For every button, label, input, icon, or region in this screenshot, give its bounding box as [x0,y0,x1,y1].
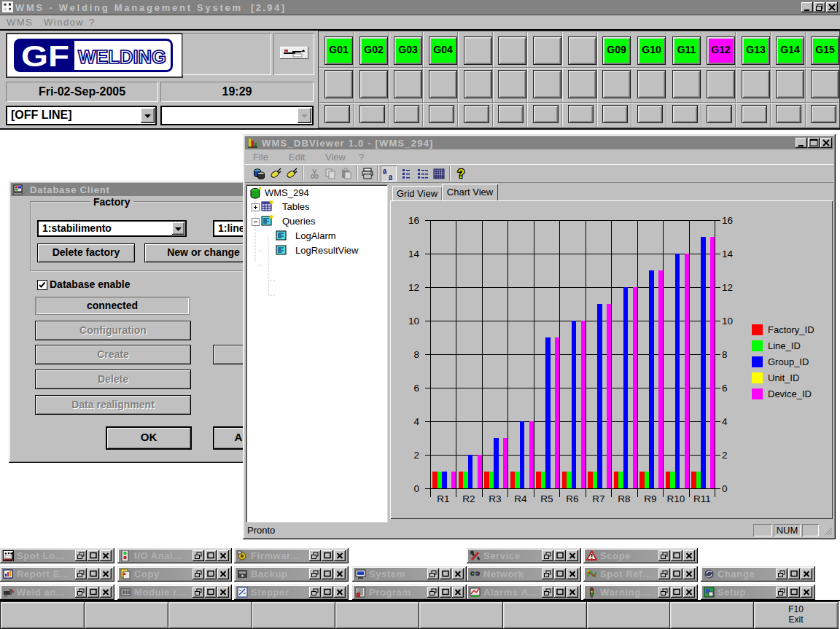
svg-text:10: 10 [408,316,419,327]
svg-text:R8: R8 [618,493,630,504]
svg-text:8: 8 [722,349,728,360]
svg-text:14: 14 [722,249,734,259]
svg-text:16: 16 [722,215,733,226]
svg-text:16: 16 [408,215,419,226]
svg-text:Device_ID: Device_ID [768,388,812,399]
svg-text:R1: R1 [437,493,449,504]
svg-text:R3: R3 [489,493,501,504]
svg-text:2: 2 [413,450,419,461]
svg-text:8: 8 [413,349,419,360]
svg-text:14: 14 [408,249,420,259]
svg-text:Unit_ID: Unit_ID [768,372,799,383]
svg-text:R7: R7 [592,493,604,504]
svg-text:GF: GF [21,40,69,72]
svg-text:R5: R5 [540,493,553,504]
svg-text:R4: R4 [514,493,527,504]
svg-text:R9: R9 [644,493,656,504]
svg-text:a: a [383,167,387,174]
svg-text:?: ? [458,168,465,180]
svg-text:R2: R2 [462,493,475,504]
svg-text:Line_ID: Line_ID [768,340,801,351]
svg-text:Factory_ID: Factory_ID [768,324,814,335]
svg-text:6: 6 [722,383,728,394]
svg-text:6: 6 [413,383,419,394]
svg-text:Group_ID: Group_ID [768,356,809,367]
svg-text:4: 4 [722,416,728,427]
svg-text:10: 10 [722,316,733,327]
svg-text:12: 12 [722,282,733,293]
svg-text:R10: R10 [667,493,685,504]
svg-text:0: 0 [722,483,728,494]
svg-text:2: 2 [722,450,728,461]
svg-text:R11: R11 [693,493,711,504]
svg-text:a: a [389,173,393,180]
svg-text:4: 4 [413,416,419,427]
svg-text:12: 12 [408,282,419,293]
svg-text:R6: R6 [566,493,578,504]
svg-text:WELDING: WELDING [78,46,166,68]
svg-text:0: 0 [413,483,419,494]
